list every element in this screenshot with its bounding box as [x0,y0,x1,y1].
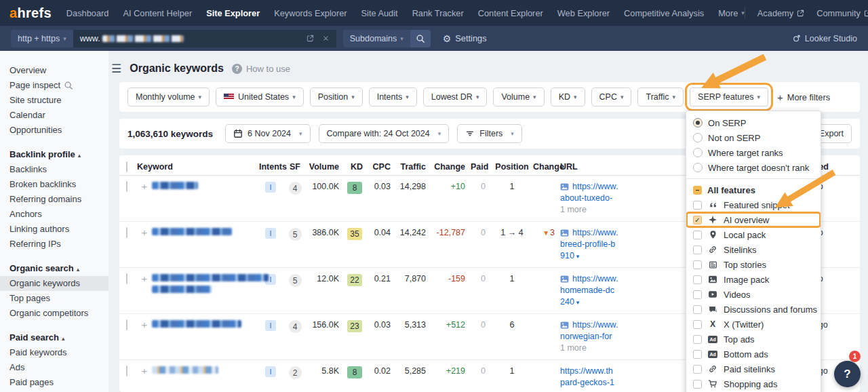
sidebar-item-linking-authors[interactable]: Linking authors [0,222,108,237]
settings-button[interactable]: ⚙Settings [443,33,487,44]
date-picker-button[interactable]: 6 Nov 2024▾ [225,124,310,143]
serp-features-count-badge[interactable]: 4 [289,182,302,195]
row-checkbox[interactable] [126,227,127,238]
serp-features-count-badge[interactable]: 5 [289,228,302,241]
looker-studio-button[interactable]: Looker Studio [792,34,857,43]
sidebar-item-top-pages[interactable]: Top pages [0,291,108,306]
keyword-cell[interactable] [152,268,259,304]
clear-input-icon[interactable] [322,35,330,42]
search-button[interactable] [410,30,431,47]
sidebar-section-organic-search[interactable]: Organic search▴ [0,261,108,276]
filters-button[interactable]: Filters▾ [457,124,522,143]
serp-feature-discussions-and-forums[interactable]: Discussions and forums [686,302,821,317]
intent-badge[interactable]: I [265,320,276,331]
mode-select[interactable]: Subdomains▾ [343,30,410,47]
row-checkbox[interactable] [126,319,127,330]
row-checkbox[interactable] [126,366,127,376]
nav-item-dashboard[interactable]: Dashboard [66,8,109,18]
serp-features-count-badge[interactable]: 2 [289,366,302,379]
nav-link-academy[interactable]: Academy [757,8,804,18]
filter-chip-monthly-volume[interactable]: Monthly volume▾ [127,87,210,106]
add-keyword-icon[interactable]: + [142,273,148,284]
filter-chip-volume[interactable]: Volume▾ [493,87,544,106]
sidebar-section-paid-search[interactable]: Paid search▴ [0,330,108,345]
sidebar-item-paid-keywords[interactable]: Paid keywords [0,345,108,360]
compare-date-button[interactable]: Compare with: 24 Oct 2024▾ [319,124,450,143]
nav-item-ai-content-helper[interactable]: AI Content Helper [123,8,192,18]
ahrefs-logo[interactable]: ahrefs [9,5,52,21]
sidebar-item-overview[interactable]: Overview [0,63,108,78]
nav-item-more[interactable]: More▾ [718,8,745,18]
serp-feature-x-twitter[interactable]: XX (Twitter) [686,317,821,332]
intent-badge[interactable]: I [265,182,276,193]
more-filters-button[interactable]: +More filters [777,92,830,103]
keyword-cell[interactable] [152,360,259,385]
target-url-input[interactable]: www. [73,30,336,47]
sidebar-item-broken-backlinks[interactable]: Broken backlinks [0,177,108,192]
how-to-use-link[interactable]: ?How to use [232,64,290,74]
select-all-checkbox[interactable] [126,161,127,172]
sidebar-item-calendar[interactable]: Calendar [0,108,108,123]
serp-feature-image-pack[interactable]: Image pack [686,272,821,287]
serp-feature-top-ads[interactable]: AdTop ads [686,332,821,347]
add-keyword-icon[interactable]: + [142,319,148,330]
serp-feature-local-pack[interactable]: Local pack [686,227,821,242]
serp-features-count-badge[interactable]: 5 [289,274,302,287]
nav-item-site-explorer[interactable]: Site Explorer [206,8,260,18]
filter-chip-united-states[interactable]: United States▾ [216,87,304,106]
sidebar-item-backlinks[interactable]: Backlinks [0,162,108,177]
row-checkbox[interactable] [126,273,127,284]
nav-item-site-audit[interactable]: Site Audit [361,8,398,18]
serp-feature-bottom-ads[interactable]: AdBottom ads [686,347,821,361]
protocol-select[interactable]: http + https▾ [11,30,73,47]
serp-option-where-target-doesn-t-rank[interactable]: Where target doesn't rank [686,160,821,175]
serp-option-where-target-ranks[interactable]: Where target ranks [686,145,821,160]
row-checkbox[interactable] [126,181,127,192]
nav-item-web-explorer[interactable]: Web Explorer [557,8,610,18]
filter-chip-kd[interactable]: KD▾ [551,87,585,106]
serp-feature-shopping-ads[interactable]: Shopping ads [686,376,821,391]
add-keyword-icon[interactable]: + [142,227,148,238]
sidebar-item-ads[interactable]: Ads [0,360,108,375]
filter-chip-lowest-dr[interactable]: Lowest DR▾ [423,87,488,106]
add-keyword-icon[interactable]: + [142,365,148,376]
keyword-cell[interactable] [152,176,259,200]
intent-badge[interactable]: I [265,228,276,239]
filter-chip-cpc[interactable]: CPC▾ [591,87,632,106]
add-keyword-icon[interactable]: + [142,180,148,192]
sidebar-item-opportunities[interactable]: Opportunities [0,123,108,138]
sidebar-item-paid-pages[interactable]: Paid pages [0,375,108,390]
intercom-help-button[interactable]: ? [834,361,861,387]
nav-link-community[interactable]: Community [816,8,868,18]
sidebar-item-site-structure[interactable]: Site structure [0,93,108,108]
sidebar-section-backlink-profile[interactable]: Backlink profile▴ [0,147,108,162]
filter-chip-serp-features[interactable]: SERP features▾On SERPNot on SERPWhere ta… [690,87,768,106]
sidebar-item-page-inspect[interactable]: Page inspect [0,78,108,93]
keyword-cell[interactable] [152,314,259,338]
serp-feature-top-stories[interactable]: Top stories [686,257,821,272]
nav-item-content-explorer[interactable]: Content Explorer [478,8,543,18]
serp-option-on-serp[interactable]: On SERP [686,115,821,130]
sidebar-item-organic-keywords[interactable]: Organic keywords [0,276,108,291]
filter-chip-position[interactable]: Position▾ [310,87,363,106]
keyword-cell[interactable] [152,222,259,246]
sidebar-item-referring-domains[interactable]: Referring domains [0,192,108,207]
serp-feature-ai-overview[interactable]: ✓AI overview [686,212,821,227]
intent-badge[interactable]: I [265,366,276,377]
serp-feature-sitelinks[interactable]: Sitelinks [686,242,821,257]
serp-option-not-on-serp[interactable]: Not on SERP [686,130,821,145]
nav-item-rank-tracker[interactable]: Rank Tracker [412,8,464,18]
sidebar-item-organic-competitors[interactable]: Organic competitors [0,306,108,321]
sidebar-item-anchors[interactable]: Anchors [0,207,108,222]
serp-feature-paid-sitelinks[interactable]: Paid sitelinks [686,361,821,376]
filter-chip-intents[interactable]: Intents▾ [369,87,417,106]
hamburger-menu-icon[interactable]: ☰ [111,62,121,76]
sidebar-item-referring-ips[interactable]: Referring IPs [0,237,108,252]
filter-chip-traffic[interactable]: Traffic▾ [637,87,684,106]
serp-feature-featured-snippet[interactable]: Featured snippet [686,197,821,212]
serp-features-count-badge[interactable]: 4 [289,320,302,333]
open-external-icon[interactable] [307,35,314,42]
serp-feature-videos[interactable]: Videos [686,287,821,302]
nav-item-competitive-analysis[interactable]: Competitive Analysis [624,8,704,18]
nav-item-keywords-explorer[interactable]: Keywords Explorer [274,8,347,18]
